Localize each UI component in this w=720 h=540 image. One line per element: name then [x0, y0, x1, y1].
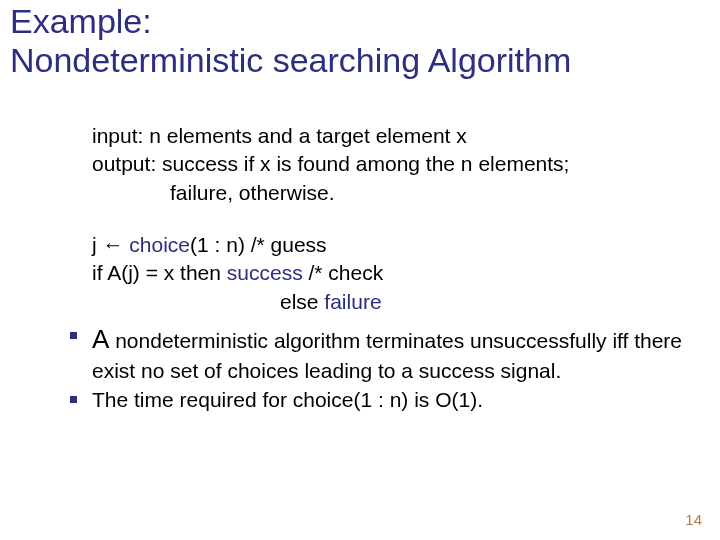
- input-line: input: n elements and a target element x: [92, 122, 692, 150]
- title-line-2: Nondeterministic searching Algorithm: [10, 41, 571, 79]
- algo-line-1: j ← choice(1 : n) /* guess: [92, 231, 692, 259]
- algo-l2-b: /* check: [303, 261, 384, 284]
- algo-l1-b: (1 : n) /* guess: [190, 233, 327, 256]
- spacer: [92, 207, 692, 231]
- failure-keyword: failure: [324, 290, 381, 313]
- bullet-list: A nondeterministic algorithm terminates …: [62, 322, 692, 414]
- algo-l1-a: j ←: [92, 233, 129, 256]
- slide: Example: Nondeterministic searching Algo…: [0, 0, 720, 540]
- choice-keyword: choice: [129, 233, 190, 256]
- page-number: 14: [685, 511, 702, 528]
- bullet-2-text: The time required for choice(1 : n) is O…: [92, 388, 483, 411]
- bullet-1-leading: A: [92, 324, 109, 354]
- algo-line-3: else failure: [92, 288, 692, 316]
- bullet-1-text: nondeterministic algorithm terminates un…: [92, 329, 682, 382]
- list-item: The time required for choice(1 : n) is O…: [62, 386, 692, 414]
- algorithm-block: j ← choice(1 : n) /* guess if A(j) = x t…: [92, 231, 692, 316]
- slide-body: input: n elements and a target element x…: [92, 122, 692, 414]
- list-item: A nondeterministic algorithm terminates …: [62, 322, 692, 385]
- title-line-1: Example:: [10, 2, 152, 40]
- slide-title: Example: Nondeterministic searching Algo…: [10, 2, 710, 80]
- output-line-2: failure, otherwise.: [92, 179, 692, 207]
- output-line-1: output: success if x is found among the …: [92, 150, 692, 178]
- io-block: input: n elements and a target element x…: [92, 122, 692, 207]
- algo-line-2: if A(j) = x then success /* check: [92, 259, 692, 287]
- success-keyword: success: [227, 261, 303, 284]
- algo-l3-a: else: [280, 290, 324, 313]
- algo-l2-a: if A(j) = x then: [92, 261, 227, 284]
